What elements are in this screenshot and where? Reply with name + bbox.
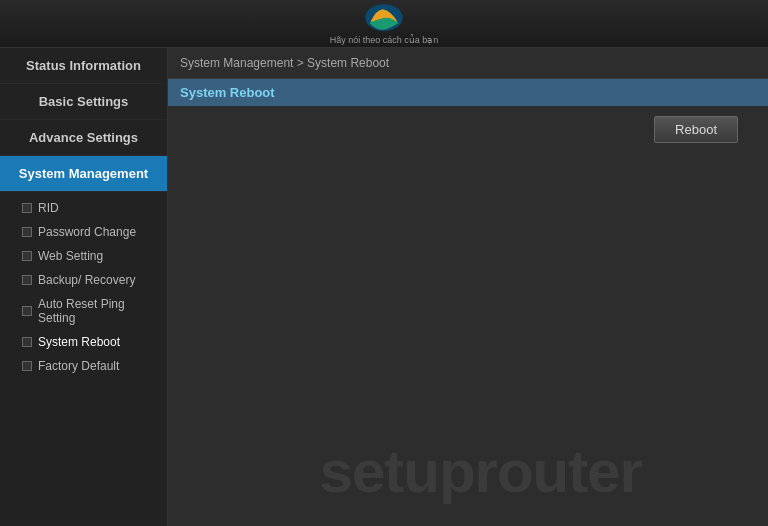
submenu-icon-rid [22, 203, 32, 213]
submenu-item-auto-reset-ping-setting[interactable]: Auto Reset Ping Setting [0, 292, 167, 330]
submenu-icon-auto-reset-ping-setting [22, 306, 32, 316]
submenu-label-system-reboot: System Reboot [38, 335, 120, 349]
submenu-label-auto-reset-ping-setting: Auto Reset Ping Setting [38, 297, 157, 325]
submenu-item-web-setting[interactable]: Web Setting [0, 244, 167, 268]
submenu-label-backup-recovery: Backup/ Recovery [38, 273, 135, 287]
sidebar-item-system-management[interactable]: System Management [0, 156, 167, 192]
submenu-item-system-reboot[interactable]: System Reboot [0, 330, 167, 354]
logo-area: Hãy nói theo cách của bạn [330, 2, 439, 45]
submenu-label-web-setting: Web Setting [38, 249, 103, 263]
submenu-item-backup-recovery[interactable]: Backup/ Recovery [0, 268, 167, 292]
submenu-label-factory-default: Factory Default [38, 359, 119, 373]
submenu-item-rid[interactable]: RID [0, 196, 167, 220]
sidebar: Status Information Basic Settings Advanc… [0, 48, 168, 526]
content-title: System Reboot [168, 79, 768, 106]
sidebar-item-status-information[interactable]: Status Information [0, 48, 167, 84]
submenu-label-password-change: Password Change [38, 225, 136, 239]
submenu: RID Password Change Web Setting Backup/ … [0, 192, 167, 382]
submenu-icon-backup-recovery [22, 275, 32, 285]
submenu-item-factory-default[interactable]: Factory Default [0, 354, 167, 378]
content-inner: Reboot [168, 106, 768, 146]
submenu-label-rid: RID [38, 201, 59, 215]
viettel-logo [364, 2, 404, 34]
logo-tagline: Hãy nói theo cách của bạn [330, 35, 439, 45]
submenu-icon-system-reboot [22, 337, 32, 347]
submenu-icon-factory-default [22, 361, 32, 371]
content-area: System Management > System Reboot System… [168, 48, 768, 526]
sidebar-item-basic-settings[interactable]: Basic Settings [0, 84, 167, 120]
header: Hãy nói theo cách của bạn [0, 0, 768, 48]
main-layout: Status Information Basic Settings Advanc… [0, 48, 768, 526]
submenu-icon-password-change [22, 227, 32, 237]
breadcrumb: System Management > System Reboot [168, 48, 768, 79]
sidebar-item-advance-settings[interactable]: Advance Settings [0, 120, 167, 156]
submenu-icon-web-setting [22, 251, 32, 261]
submenu-item-password-change[interactable]: Password Change [0, 220, 167, 244]
reboot-button[interactable]: Reboot [654, 116, 738, 143]
content-body: System Reboot Reboot [168, 79, 768, 526]
